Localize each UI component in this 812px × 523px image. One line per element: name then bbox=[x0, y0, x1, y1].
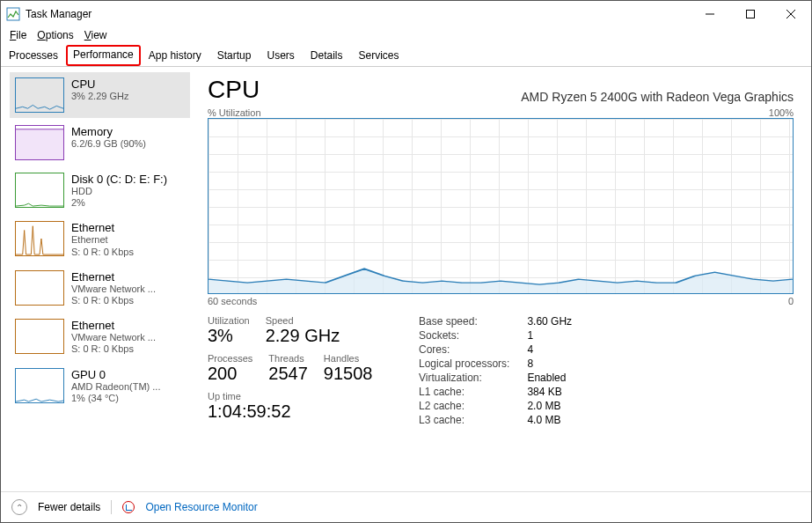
handles-label: Handles bbox=[324, 353, 373, 364]
window-title: Task Manager bbox=[26, 8, 690, 20]
sidebar-eth2-sub2: S: 0 R: 0 Kbps bbox=[71, 295, 156, 306]
task-manager-icon bbox=[6, 7, 20, 21]
titlebar[interactable]: Task Manager bbox=[1, 1, 811, 27]
logical-value: 8 bbox=[527, 357, 572, 370]
tab-app-history[interactable]: App history bbox=[141, 45, 209, 66]
menu-view[interactable]: View bbox=[84, 29, 107, 41]
footer: ⌃ Fewer details Open Resource Monitor bbox=[1, 491, 811, 522]
sidebar-disk-sub1: HDD bbox=[71, 186, 167, 197]
gpu-thumb bbox=[15, 368, 64, 403]
tab-processes[interactable]: Processes bbox=[1, 45, 66, 66]
cores-value: 4 bbox=[527, 343, 572, 356]
sidebar-eth1-sub2: S: 0 R: 0 Kbps bbox=[71, 247, 134, 258]
sidebar-item-disk[interactable]: Disk 0 (C: D: E: F:)HDD2% bbox=[10, 167, 190, 214]
sidebar-cpu-title: CPU bbox=[71, 77, 128, 91]
sidebar-memory-sub: 6.2/6.9 GB (90%) bbox=[71, 138, 146, 150]
window-controls bbox=[690, 1, 811, 27]
processes-value: 200 bbox=[208, 364, 252, 384]
sidebar-item-cpu[interactable]: CPU3% 2.29 GHz bbox=[10, 72, 190, 118]
processes-label: Processes bbox=[208, 353, 252, 364]
sidebar-cpu-sub: 3% 2.29 GHz bbox=[71, 91, 128, 102]
sidebar-gpu-sub2: 1% (34 °C) bbox=[71, 393, 160, 404]
maximize-icon bbox=[746, 10, 755, 18]
chart-bottom-right-label: 0 bbox=[788, 296, 794, 306]
speed-value: 2.29 GHz bbox=[266, 326, 340, 346]
memory-thumb bbox=[15, 125, 64, 160]
chart-top-left-label: % Utilization bbox=[208, 107, 261, 118]
sidebar-gpu-title: GPU 0 bbox=[71, 368, 160, 381]
sidebar-disk-sub2: 2% bbox=[71, 197, 167, 209]
sidebar-item-gpu[interactable]: GPU 0AMD Radeon(TM) ...1% (34 °C) bbox=[10, 363, 190, 409]
virtualization-value: Enabled bbox=[527, 372, 572, 384]
cpu-details: Base speed:3.60 GHz Sockets:1 Cores:4 Lo… bbox=[419, 315, 572, 426]
threads-label: Threads bbox=[268, 353, 308, 364]
main-panel: CPU AMD Ryzen 5 2400G with Radeon Vega G… bbox=[190, 67, 811, 491]
divider bbox=[111, 500, 112, 514]
l3-value: 4.0 MB bbox=[527, 414, 572, 426]
svg-rect-5 bbox=[16, 129, 63, 159]
cpu-utilization-chart bbox=[208, 118, 794, 294]
svg-rect-2 bbox=[747, 11, 755, 18]
resource-monitor-icon bbox=[122, 501, 135, 513]
utilization-label: Utilization bbox=[208, 315, 250, 326]
virtualization-label: Virtualization: bbox=[419, 372, 509, 384]
menu-file[interactable]: File bbox=[10, 29, 26, 41]
tab-startup[interactable]: Startup bbox=[209, 45, 260, 66]
l3-label: L3 cache: bbox=[419, 414, 509, 426]
handles-value: 91508 bbox=[324, 364, 373, 384]
sidebar-item-ethernet-3[interactable]: EthernetVMware Network ...S: 0 R: 0 Kbps bbox=[10, 313, 190, 360]
cores-label: Cores: bbox=[419, 343, 509, 356]
sidebar-gpu-sub1: AMD Radeon(TM) ... bbox=[71, 381, 160, 393]
menubar: File Options View bbox=[1, 27, 811, 45]
l1-label: L1 cache: bbox=[419, 386, 509, 398]
chart-top-right-label: 100% bbox=[769, 107, 794, 118]
sockets-value: 1 bbox=[527, 329, 572, 342]
disk-thumb bbox=[15, 173, 64, 208]
maximize-button[interactable] bbox=[730, 1, 771, 27]
tab-details[interactable]: Details bbox=[303, 45, 351, 66]
sidebar-eth3-sub1: VMware Network ... bbox=[71, 332, 156, 343]
sidebar-item-ethernet-1[interactable]: EthernetEthernetS: 0 R: 0 Kbps bbox=[10, 216, 190, 262]
sidebar-memory-title: Memory bbox=[71, 125, 146, 138]
chart-bottom-left-label: 60 seconds bbox=[208, 296, 257, 306]
fewer-details-link[interactable]: Fewer details bbox=[38, 501, 100, 513]
close-button[interactable] bbox=[771, 1, 811, 27]
base-speed-label: Base speed: bbox=[419, 315, 509, 328]
eth3-thumb bbox=[15, 319, 64, 354]
sidebar-item-memory[interactable]: Memory6.2/6.9 GB (90%) bbox=[10, 120, 190, 166]
sidebar-eth1-sub1: Ethernet bbox=[71, 234, 134, 246]
menu-options[interactable]: Options bbox=[37, 29, 73, 41]
chevron-up-icon[interactable]: ⌃ bbox=[11, 499, 27, 515]
sidebar: CPU3% 2.29 GHz Memory6.2/6.9 GB (90%) Di… bbox=[1, 67, 190, 491]
sidebar-disk-title: Disk 0 (C: D: E: F:) bbox=[71, 173, 167, 186]
minimize-icon bbox=[706, 10, 714, 18]
eth1-thumb bbox=[15, 221, 64, 256]
sidebar-eth3-sub2: S: 0 R: 0 Kbps bbox=[71, 343, 156, 355]
eth2-thumb bbox=[15, 270, 64, 306]
speed-label: Speed bbox=[266, 315, 340, 326]
main-title: CPU bbox=[208, 76, 260, 104]
sidebar-item-ethernet-2[interactable]: EthernetVMware Network ...S: 0 R: 0 Kbps bbox=[10, 265, 190, 312]
uptime-value: 1:04:59:52 bbox=[208, 401, 375, 422]
sidebar-eth2-title: Ethernet bbox=[71, 270, 156, 284]
close-icon bbox=[786, 10, 795, 18]
tab-services[interactable]: Services bbox=[351, 45, 407, 66]
l1-value: 384 KB bbox=[527, 386, 572, 398]
tab-users[interactable]: Users bbox=[259, 45, 302, 66]
main-subtitle: AMD Ryzen 5 2400G with Radeon Vega Graph… bbox=[521, 90, 794, 104]
minimize-button[interactable] bbox=[690, 1, 730, 27]
sidebar-eth1-title: Ethernet bbox=[71, 221, 134, 234]
l2-label: L2 cache: bbox=[419, 400, 509, 412]
cpu-thumb bbox=[15, 77, 64, 113]
sidebar-eth2-sub1: VMware Network ... bbox=[71, 284, 156, 295]
tabbar: Processes Performance App history Startu… bbox=[1, 45, 811, 67]
utilization-value: 3% bbox=[208, 326, 250, 346]
threads-value: 2547 bbox=[268, 364, 308, 384]
sockets-label: Sockets: bbox=[419, 329, 509, 342]
l2-value: 2.0 MB bbox=[527, 400, 572, 412]
uptime-label: Up time bbox=[208, 391, 375, 401]
logical-label: Logical processors: bbox=[419, 357, 509, 370]
base-speed-value: 3.60 GHz bbox=[527, 315, 572, 328]
open-resource-monitor-link[interactable]: Open Resource Monitor bbox=[145, 501, 257, 513]
tab-performance[interactable]: Performance bbox=[66, 45, 141, 66]
